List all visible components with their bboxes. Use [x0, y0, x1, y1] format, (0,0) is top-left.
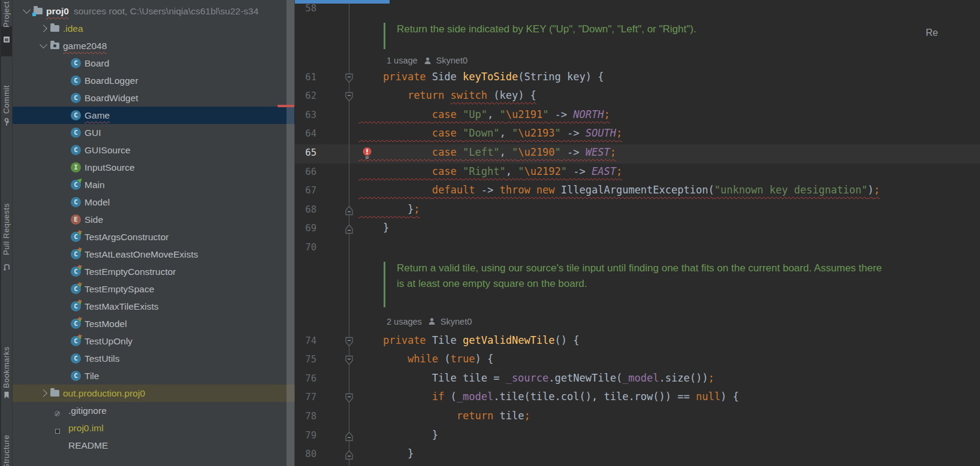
folder-icon — [50, 43, 59, 49]
line-number: 58 — [295, 3, 316, 14]
code-line-77[interactable]: 77 if (_model.tile(tile.col(), tile.row(… — [295, 389, 980, 408]
tree-item-board[interactable]: CBoard — [11, 55, 295, 72]
tree-item-gitignore[interactable]: .gitignore — [11, 402, 295, 419]
code-token: if — [432, 391, 444, 403]
run-marker — [77, 177, 84, 183]
code-token: .tile(tile.col(), tile.row()) == — [493, 391, 696, 403]
tree-item-idea[interactable]: .idea — [11, 20, 295, 37]
author-hint[interactable]: Skynet0 — [424, 56, 468, 65]
code-line-67[interactable]: 67 default -> throw new IllegalArgumentE… — [295, 182, 980, 201]
tree-item-readme[interactable]: README — [11, 437, 295, 454]
line-number: 65 — [295, 147, 316, 158]
code-token — [358, 410, 457, 422]
usages-hint[interactable]: 2 usages — [387, 317, 422, 326]
test-marker — [77, 264, 84, 270]
tree-item-label: Side — [85, 214, 103, 225]
fold-down-icon[interactable] — [345, 73, 354, 86]
fold-down-icon[interactable] — [345, 393, 354, 406]
code-text: } — [358, 447, 414, 459]
code-line-66[interactable]: 66 case "Right", "\u2192" -> EAST; — [295, 164, 980, 183]
code-line-58[interactable]: 58 — [295, 0, 980, 19]
error-squiggle-span: default -> throw new IllegalArgumentExce… — [358, 184, 880, 196]
tree-item-testemptyspace[interactable]: CTestEmptySpace — [11, 280, 295, 298]
tree-item-testutils[interactable]: CTestUtils — [11, 350, 295, 367]
code-token — [358, 71, 383, 83]
fold-up-icon[interactable] — [345, 224, 354, 237]
tree-item-testemptyconstructor[interactable]: CTestEmptyConstructor — [11, 263, 295, 280]
code-line-68[interactable]: 68 }; — [295, 201, 980, 220]
code-line-70[interactable]: 70 — [295, 239, 980, 258]
tree-item-gui[interactable]: CGUI — [11, 124, 295, 141]
chevron-right-icon[interactable] — [36, 391, 50, 396]
error-squiggle-span: case "Down", "\u2193" -> SOUTH; — [358, 127, 622, 139]
usages-hint[interactable]: 1 usage — [387, 56, 418, 65]
chevron-right-icon[interactable] — [36, 26, 50, 31]
tree-item-main[interactable]: CMain — [11, 176, 295, 193]
code-token: ; — [616, 127, 622, 139]
code-token — [358, 127, 432, 139]
code-line-75[interactable]: 75 while (true) { — [295, 351, 980, 370]
error-lightbulb-icon[interactable] — [362, 147, 372, 162]
tree-item-testmodel[interactable]: CTestModel — [11, 315, 295, 332]
code-token: " — [542, 108, 548, 120]
line-number: 69 — [295, 223, 316, 234]
code-token: _model — [622, 372, 659, 384]
tree-item-label: TestUpOnly — [85, 336, 132, 347]
fold-down-icon[interactable] — [345, 92, 354, 104]
class-icon: C — [71, 371, 81, 381]
author-hint[interactable]: Skynet0 — [428, 317, 472, 326]
tree-item-testatleastonemoveexists[interactable]: CTestAtLeastOneMoveExists — [11, 246, 295, 263]
fold-up-icon[interactable] — [345, 431, 354, 444]
tree-item-guisource[interactable]: CGUISource — [11, 141, 295, 159]
code-text: if (_model.tile(tile.col(), tile.row()) … — [358, 391, 739, 403]
code-line-74[interactable]: 74 private Tile getValidNewTile() { — [295, 332, 980, 352]
code-text: return tile; — [358, 410, 530, 422]
tree-item-model[interactable]: CModel — [11, 193, 295, 211]
tree-item-label: TestUtils — [85, 353, 120, 364]
tree-item-inputsource[interactable]: IInputSource — [11, 159, 295, 176]
project-tree-scrollbar[interactable] — [287, 0, 294, 466]
fold-up-icon[interactable] — [345, 450, 354, 462]
code-line-62[interactable]: 62 return switch (key) { — [295, 87, 980, 107]
test-marker — [77, 281, 84, 288]
fold-down-icon[interactable] — [345, 355, 354, 368]
code-token: null — [696, 391, 720, 403]
tree-item-tile[interactable]: CTile — [11, 367, 295, 385]
code-line-78[interactable]: 78 return tile; — [295, 408, 980, 427]
code-token: -> — [561, 127, 586, 139]
module-badge — [55, 429, 60, 434]
code-token: _model — [457, 391, 493, 403]
code-line-80[interactable]: 80 } — [295, 446, 980, 465]
code-line-76[interactable]: 76 Tile tile = _source.getNewTile(_model… — [295, 370, 980, 389]
code-line-65[interactable]: 65 case "Left", "\u2190" -> WEST; — [295, 144, 980, 164]
chevron-down-icon[interactable] — [36, 44, 50, 47]
code-line-63[interactable]: 63 case "Up", "\u2191" -> NORTH; — [295, 107, 980, 126]
tree-root-proj0[interactable]: proj0sources root, C:\Users\niqia\cs61bl… — [11, 2, 295, 20]
chevron-down-icon[interactable] — [19, 10, 34, 13]
tree-item-testmaxtileexists[interactable]: CTestMaxTileExists — [11, 298, 295, 315]
tree-item-side[interactable]: ESide — [11, 211, 295, 228]
code-token: switch — [451, 89, 494, 101]
tree-item-boardwidget[interactable]: CBoardWidget — [11, 89, 295, 107]
tree-item-proj0-iml[interactable]: proj0.iml — [11, 419, 295, 437]
code-line-61[interactable]: 61 private Side keyToSide(String key) { — [295, 69, 980, 88]
stripe-item-structure[interactable]: Structure — [1, 0, 12, 466]
code-line-79[interactable]: 79 } — [295, 427, 980, 446]
tree-item-testargsconstructor[interactable]: CTestArgsConstructor — [11, 228, 295, 246]
code-editor[interactable]: Re 58Return the side indicated by KEY ("… — [295, 0, 980, 466]
tree-item-boardlogger[interactable]: CBoardLogger — [11, 72, 295, 89]
code-line-69[interactable]: 69 } — [295, 220, 980, 239]
fold-up-icon[interactable] — [345, 205, 354, 218]
fold-down-icon[interactable] — [345, 337, 354, 349]
code-token — [358, 165, 432, 177]
tree-item-game[interactable]: CGame — [11, 107, 295, 124]
tree-item-label: proj0.iml — [68, 423, 104, 434]
code-token: case — [432, 108, 463, 120]
tree-item-out-production-proj0[interactable]: out.production.proj0 — [11, 385, 295, 402]
chevron-right-icon — [40, 389, 47, 397]
tree-item-testuponly[interactable]: CTestUpOnly — [11, 332, 295, 350]
code-line-64[interactable]: 64 case "Down", "\u2193" -> SOUTH; — [295, 125, 980, 144]
tree-item-game2048[interactable]: game2048 — [11, 37, 295, 55]
code-token: "Left" — [463, 146, 499, 158]
code-token: WEST — [586, 146, 610, 158]
